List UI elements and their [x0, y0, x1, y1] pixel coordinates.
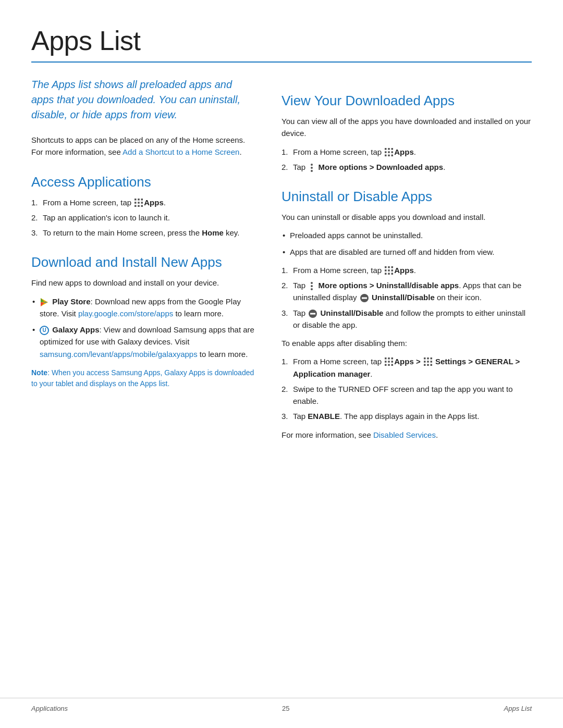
title-divider	[31, 61, 532, 63]
svg-rect-20	[388, 154, 390, 156]
galaxyapps-icon: U	[40, 326, 49, 335]
svg-rect-27	[391, 266, 394, 268]
svg-rect-38	[362, 298, 367, 299]
svg-rect-0	[134, 199, 137, 201]
download-intro: Find new apps to download and install on…	[31, 277, 255, 289]
apps-grid-icon-3	[384, 266, 394, 275]
content-layout: The Apps list shows all preloaded apps a…	[31, 77, 532, 447]
intro-text: The Apps list shows all preloaded apps a…	[31, 77, 255, 122]
svg-rect-51	[427, 357, 429, 360]
col-right: View Your Downloaded Apps You can view a…	[282, 77, 532, 447]
access-steps-list: 1. From a Home screen, tap Apps. 2. Tap …	[31, 196, 255, 239]
svg-rect-44	[385, 361, 387, 363]
download-bullets: Play Store: Download new apps from the G…	[31, 295, 255, 360]
svg-rect-13	[385, 148, 387, 150]
enable-step-1: 1. From a Home screen, tap Apps > Settin…	[282, 355, 532, 380]
svg-point-35	[311, 285, 313, 287]
svg-rect-55	[430, 361, 432, 363]
section-heading-access: Access Applications	[31, 174, 255, 190]
minus-circle-icon-2	[308, 309, 317, 318]
uninstall-steps-list: 1. From a Home screen, tap Apps. 2. Tap …	[282, 264, 532, 331]
svg-rect-49	[391, 364, 394, 366]
svg-rect-18	[391, 151, 394, 153]
apps-grid-icon	[134, 198, 143, 207]
svg-rect-47	[385, 364, 387, 366]
access-step-1: 1. From a Home screen, tap Apps.	[31, 196, 255, 208]
svg-rect-6	[134, 205, 137, 207]
settings-grid-icon	[423, 357, 433, 366]
uninstall-bullet-1: Preloaded apps cannot be uninstalled.	[282, 229, 532, 241]
svg-point-24	[311, 170, 313, 172]
uninstall-bullets: Preloaded apps cannot be uninstalled. Ap…	[282, 229, 532, 258]
enable-step-3: 3. Tap ENABLE. The app displays again in…	[282, 410, 532, 422]
svg-rect-30	[391, 269, 394, 272]
svg-rect-53	[424, 361, 426, 363]
minus-circle-icon	[360, 293, 369, 303]
svg-rect-54	[427, 361, 429, 363]
more-options-icon	[308, 163, 315, 172]
svg-point-22	[311, 164, 313, 166]
svg-rect-25	[385, 266, 387, 268]
svg-rect-52	[430, 357, 432, 360]
svg-rect-31	[385, 273, 387, 275]
footer-page-number: 25	[282, 705, 289, 712]
svg-rect-58	[430, 364, 432, 366]
shortcuts-text: Shortcuts to apps can be placed on any o…	[31, 134, 255, 158]
enable-step-2: 2. Swipe to the TURNED OFF screen and ta…	[282, 383, 532, 408]
more-options-icon-2	[308, 281, 315, 291]
playstore-link[interactable]: play.google.com/store/apps	[78, 309, 173, 318]
svg-rect-5	[141, 202, 143, 204]
note-box: Note: When you access Samsung Apps, Gala…	[31, 367, 255, 390]
svg-rect-8	[141, 205, 143, 207]
svg-rect-4	[138, 202, 140, 204]
svg-rect-28	[385, 269, 387, 272]
svg-rect-46	[391, 361, 394, 363]
page-title: Apps List	[31, 25, 532, 56]
apps-grid-icon-4	[384, 357, 394, 366]
svg-rect-15	[391, 148, 394, 150]
shortcuts-link[interactable]: Add a Shortcut to a Home Screen	[123, 147, 239, 156]
col-left: The Apps list shows all preloaded apps a…	[31, 77, 255, 447]
disabled-services-link[interactable]: Disabled Services	[373, 430, 436, 439]
svg-rect-40	[310, 313, 315, 314]
svg-rect-56	[424, 364, 426, 366]
playstore-icon	[40, 298, 49, 307]
svg-rect-17	[388, 151, 390, 153]
download-bullet-galaxyapps: U Galaxy Apps: View and download Samsung…	[31, 324, 255, 360]
access-step-2: 2. Tap an application's icon to launch i…	[31, 212, 255, 224]
enable-heading: To enable apps after disabling them:	[282, 337, 532, 349]
access-step-3: 3. To return to the main Home screen, pr…	[31, 227, 255, 239]
uninstall-step-3: 3. Tap Uninstall/Disable and follow the …	[282, 307, 532, 331]
svg-rect-41	[385, 357, 387, 360]
svg-point-23	[311, 167, 313, 169]
view-step-1: 1. From a Home screen, tap Apps.	[282, 146, 532, 158]
svg-rect-26	[388, 266, 390, 268]
section-heading-uninstall: Uninstall or Disable Apps	[282, 189, 532, 205]
svg-rect-14	[388, 148, 390, 150]
svg-rect-2	[141, 199, 143, 201]
apps-grid-icon-2	[384, 147, 394, 157]
svg-point-36	[311, 288, 313, 290]
footer: Applications 25 Apps List	[0, 698, 563, 712]
galaxyapps-link[interactable]: samsung.com/levant/apps/mobile/galaxyapp…	[40, 350, 198, 359]
view-steps-list: 1. From a Home screen, tap Apps. 2. Tap …	[282, 146, 532, 174]
svg-rect-45	[388, 361, 390, 363]
svg-rect-3	[134, 202, 137, 204]
view-intro: You can view all of the apps you have do…	[282, 115, 532, 140]
svg-rect-21	[391, 154, 394, 156]
page: Apps List The Apps list shows all preloa…	[0, 0, 563, 728]
svg-rect-29	[388, 269, 390, 272]
note-label: Note	[31, 368, 47, 377]
svg-rect-43	[391, 357, 394, 360]
more-info-text: For more information, see Disabled Servi…	[282, 429, 532, 441]
svg-point-34	[311, 282, 313, 284]
footer-left: Applications	[31, 705, 68, 712]
uninstall-step-2: 2. Tap More options > Uninstall/disable …	[282, 279, 532, 304]
svg-rect-7	[138, 205, 140, 207]
svg-rect-32	[388, 273, 390, 275]
view-step-2: 2. Tap More options > Downloaded apps.	[282, 161, 532, 173]
svg-rect-16	[385, 151, 387, 153]
uninstall-intro: You can uninstall or disable apps you do…	[282, 211, 532, 223]
footer-right: Apps List	[504, 705, 532, 712]
uninstall-step-1: 1. From a Home screen, tap Apps.	[282, 264, 532, 276]
